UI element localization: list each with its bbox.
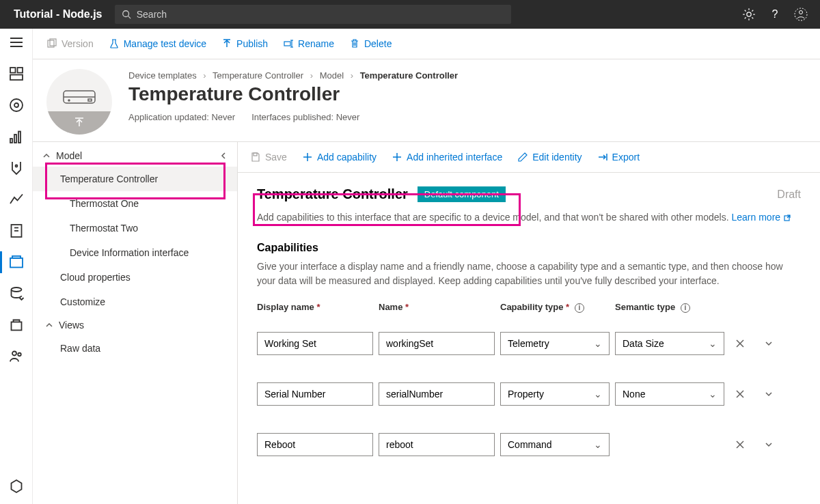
save-button: Save xyxy=(250,152,287,163)
tree-item[interactable]: Device Information interface xyxy=(33,240,237,265)
chevron-right-icon: › xyxy=(203,70,206,81)
semantic-type-select[interactable]: Data Size⌄ xyxy=(615,332,724,355)
external-link-icon xyxy=(783,214,791,222)
svg-point-2 xyxy=(747,12,751,16)
tree-item[interactable]: Thermostat One xyxy=(33,191,237,216)
tree-item-raw-data[interactable]: Raw data xyxy=(33,336,237,361)
remove-row-button[interactable] xyxy=(730,333,750,354)
breadcrumb-item[interactable]: Model xyxy=(320,70,344,81)
tree-item[interactable]: Thermostat Two xyxy=(33,216,237,240)
publish-label: Publish xyxy=(236,38,268,49)
manage-label: Manage test device xyxy=(124,38,206,49)
display-name-input[interactable] xyxy=(257,382,373,406)
svg-rect-15 xyxy=(18,132,20,143)
svg-point-4 xyxy=(799,11,802,14)
plus-icon xyxy=(392,152,402,163)
capability-type-select[interactable]: Command⌄ xyxy=(500,433,610,456)
rules-icon[interactable] xyxy=(8,160,25,176)
learn-more-link[interactable]: Learn more xyxy=(732,212,791,223)
add-capability-button[interactable]: Add capability xyxy=(302,152,377,163)
upload-icon xyxy=(74,117,85,128)
chevron-right-icon: › xyxy=(351,70,353,81)
breadcrumb: Device templates › Temperature Controlle… xyxy=(128,70,806,81)
search-input[interactable]: Search xyxy=(115,5,511,24)
name-input[interactable] xyxy=(379,332,495,355)
export-icon xyxy=(597,152,608,163)
remove-row-button[interactable] xyxy=(730,384,750,404)
delete-label: Delete xyxy=(364,38,392,49)
name-input[interactable] xyxy=(379,382,495,406)
add-inherited-button[interactable]: Add inherited interface xyxy=(392,152,502,163)
views-tree-header[interactable]: Views xyxy=(33,314,237,336)
chevron-up-icon xyxy=(42,152,51,160)
status-label: Draft xyxy=(777,188,801,201)
chevron-right-icon: › xyxy=(310,70,313,81)
svg-rect-21 xyxy=(12,256,20,258)
pencil-icon xyxy=(517,152,528,163)
analytics-icon[interactable] xyxy=(8,191,25,208)
flask-icon xyxy=(109,38,120,49)
svg-rect-8 xyxy=(10,68,16,73)
data-export-icon[interactable] xyxy=(8,285,25,302)
users-icon[interactable] xyxy=(8,348,25,365)
chevron-down-icon: ⌄ xyxy=(594,338,602,349)
tree-item[interactable]: Customize xyxy=(33,290,237,314)
hamburger-icon[interactable] xyxy=(8,34,25,51)
breadcrumb-item[interactable]: Temperature Controller xyxy=(213,70,303,81)
tree-item[interactable]: Temperature Controller xyxy=(33,167,237,191)
default-component-badge: Default component xyxy=(418,186,506,202)
manage-test-device-button[interactable]: Manage test device xyxy=(109,38,206,49)
chevron-down-icon: ⌄ xyxy=(594,439,602,450)
chevron-left-icon[interactable] xyxy=(219,152,228,160)
app-settings-icon[interactable] xyxy=(8,478,25,494)
views-label: Views xyxy=(59,320,84,331)
edit-identity-button[interactable]: Edit identity xyxy=(517,152,582,163)
svg-rect-13 xyxy=(10,139,12,143)
remove-row-button[interactable] xyxy=(730,434,750,455)
settings-icon[interactable] xyxy=(742,8,756,21)
rename-icon xyxy=(283,38,294,49)
breadcrumb-item[interactable]: Device templates xyxy=(128,70,197,81)
display-name-input[interactable] xyxy=(257,433,373,456)
export-button[interactable]: Export xyxy=(597,152,640,163)
device-templates-icon[interactable] xyxy=(8,254,25,270)
account-icon[interactable] xyxy=(794,8,808,21)
name-input[interactable] xyxy=(379,433,495,456)
section-title: Temperature Controller xyxy=(257,186,408,202)
close-icon xyxy=(735,440,745,449)
display-name-input[interactable] xyxy=(257,332,373,355)
chevron-down-icon: ⌄ xyxy=(709,338,717,349)
version-button: Version xyxy=(46,38,94,49)
expand-row-button[interactable] xyxy=(758,434,779,455)
devices-icon[interactable] xyxy=(8,97,25,113)
tree-item[interactable]: Cloud properties xyxy=(33,265,237,290)
svg-rect-10 xyxy=(10,75,23,81)
jobs-icon[interactable] xyxy=(8,223,25,239)
svg-point-25 xyxy=(18,353,21,356)
expand-row-button[interactable] xyxy=(758,333,779,354)
administration-icon[interactable] xyxy=(8,317,25,333)
svg-rect-40 xyxy=(254,153,257,156)
semantic-type-select[interactable]: None⌄ xyxy=(615,382,724,406)
svg-point-16 xyxy=(15,165,17,167)
publish-button[interactable]: Publish xyxy=(221,38,268,49)
model-label: Model xyxy=(56,150,82,161)
rename-button[interactable]: Rename xyxy=(283,38,334,49)
svg-point-11 xyxy=(10,99,23,111)
info-icon[interactable]: i xyxy=(681,303,690,313)
expand-row-button[interactable] xyxy=(758,384,779,404)
device-groups-icon[interactable] xyxy=(8,128,25,145)
svg-point-12 xyxy=(14,103,18,107)
svg-line-1 xyxy=(128,16,131,19)
device-icon xyxy=(62,87,96,106)
info-icon[interactable]: i xyxy=(575,303,584,313)
col-semantic: Semantic type i xyxy=(615,302,724,316)
capability-type-select[interactable]: Property⌄ xyxy=(500,382,610,406)
dashboard-icon[interactable] xyxy=(8,66,25,82)
plus-icon xyxy=(302,152,313,163)
delete-button[interactable]: Delete xyxy=(349,38,392,49)
model-tree-header[interactable]: Model xyxy=(33,145,237,167)
capability-type-select[interactable]: Telemetry⌄ xyxy=(500,332,610,355)
capabilities-description: Give your interface a display name and a… xyxy=(257,260,801,288)
help-icon[interactable]: ? xyxy=(768,8,782,21)
